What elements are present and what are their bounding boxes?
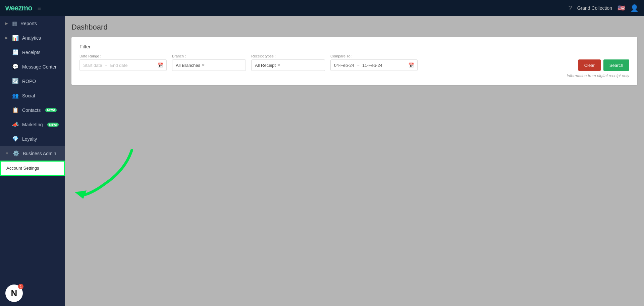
layout: ▶ ▦ Reports ▶ 📊 Analytics ▶ 🧾 Receipts ▶… (0, 16, 644, 306)
filter-row: Date Range : Start date → End date 📅 Bra… (79, 54, 629, 71)
account-settings-item[interactable]: Account Settings (0, 161, 65, 176)
compare-end-date: 11-Feb-24 (362, 63, 382, 68)
top-nav: weezmo ≡ ? Grand Collection 🇺🇸 👤 (0, 0, 644, 16)
compare-to-label: Compare To : (330, 54, 418, 58)
brand-name: Grand Collection (577, 5, 612, 11)
notification-widget: N 1 (0, 279, 65, 306)
start-date-placeholder: Start date (83, 63, 102, 68)
sidebar-item-label: ROPO (22, 79, 36, 84)
ropo-icon: 🔄 (12, 78, 19, 84)
date-range-input[interactable]: Start date → End date 📅 (79, 59, 167, 71)
notification-badge: 1 (18, 284, 23, 289)
clear-button[interactable]: Clear (578, 59, 601, 71)
sidebar-item-label: Reports (20, 21, 37, 26)
end-date-placeholder: End date (110, 63, 127, 68)
compare-to-group: Compare To : 04-Feb-24 → 11-Feb-24 📅 (330, 54, 418, 71)
date-range-label: Date Range : (79, 54, 167, 58)
filter-actions: Clear Search (578, 59, 629, 71)
info-text: Information from digital receipt only (79, 74, 629, 78)
user-icon[interactable]: 👤 (630, 4, 639, 12)
arrow-annotation (71, 143, 145, 205)
receipt-types-input[interactable]: All Receipt ✕ (251, 59, 325, 71)
compare-arrow-icon: → (356, 63, 360, 68)
receipts-icon: 🧾 (12, 49, 19, 55)
sidebar-item-ropo[interactable]: ▶ 🔄 ROPO (0, 74, 65, 88)
sidebar-item-label: Business Admin (23, 151, 56, 156)
flag-icon: 🇺🇸 (618, 4, 625, 12)
expand-icon: ▶ (5, 21, 8, 25)
branch-remove-icon[interactable]: ✕ (202, 63, 205, 68)
receipt-types-group: Receipt types : All Receipt ✕ (251, 54, 325, 71)
sidebar-item-receipts[interactable]: ▶ 🧾 Receipts (0, 45, 65, 59)
sidebar-item-label: Analytics (22, 35, 41, 41)
branch-tag: All Branches ✕ (176, 63, 205, 68)
branch-group: Branch : All Branches ✕ (172, 54, 246, 71)
filter-title: Filter (79, 44, 629, 49)
main-content: Dashboard Filter Date Range : Start date… (65, 16, 644, 306)
reports-icon: ▦ (12, 20, 17, 27)
notification-letter: N (11, 288, 17, 299)
sidebar-item-label: Social (22, 93, 35, 98)
branch-input[interactable]: All Branches ✕ (172, 59, 246, 71)
sidebar-item-label: Marketing (22, 122, 43, 127)
sidebar-item-contacts[interactable]: ▶ 📋 Contacts NEW! (0, 103, 65, 117)
calendar-icon: 📅 (157, 62, 163, 68)
new-badge: NEW! (45, 108, 57, 112)
marketing-icon: 📣 (12, 121, 19, 128)
branch-label: Branch : (172, 54, 246, 58)
notification-circle[interactable]: N 1 (5, 285, 23, 302)
sidebar-item-message-center[interactable]: ▶ 💬 Message Center (0, 59, 65, 74)
receipt-tag: All Receipt ✕ (255, 63, 280, 68)
sidebar-item-business-admin[interactable]: ▼ ⚙️ Business Admin (0, 146, 65, 161)
sidebar-item-label: Message Center (22, 64, 57, 70)
business-admin-icon: ⚙️ (13, 150, 19, 157)
account-settings-label: Account Settings (6, 166, 39, 171)
search-button[interactable]: Search (603, 59, 629, 71)
sidebar-item-reports[interactable]: ▶ ▦ Reports (0, 16, 65, 31)
analytics-icon: 📊 (12, 35, 19, 41)
sidebar-item-loyalty[interactable]: ▶ 💎 Loyalty (0, 132, 65, 146)
sidebar-item-social[interactable]: ▶ 👥 Social (0, 88, 65, 103)
contacts-icon: 📋 (12, 107, 19, 113)
date-arrow-icon: → (104, 63, 108, 68)
date-range-group: Date Range : Start date → End date 📅 (79, 54, 167, 71)
expand-icon: ▶ (5, 36, 8, 40)
loyalty-icon: 💎 (12, 136, 19, 142)
sidebar-item-label: Loyalty (22, 136, 37, 142)
social-icon: 👥 (12, 92, 19, 99)
new-badge: NEW! (47, 123, 59, 127)
expand-icon: ▼ (5, 151, 9, 155)
sidebar-item-analytics[interactable]: ▶ 📊 Analytics (0, 31, 65, 45)
nav-left: weezmo ≡ (5, 4, 41, 12)
svg-marker-0 (75, 190, 87, 199)
sidebar-item-label: Contacts (22, 107, 41, 113)
receipt-remove-icon[interactable]: ✕ (277, 63, 280, 68)
receipt-types-label: Receipt types : (251, 54, 325, 58)
compare-to-input[interactable]: 04-Feb-24 → 11-Feb-24 📅 (330, 59, 418, 71)
nav-right: ? Grand Collection 🇺🇸 👤 (569, 4, 639, 12)
hamburger-icon[interactable]: ≡ (38, 5, 41, 12)
sidebar-item-marketing[interactable]: ▶ 📣 Marketing NEW! (0, 117, 65, 132)
sidebar: ▶ ▦ Reports ▶ 📊 Analytics ▶ 🧾 Receipts ▶… (0, 16, 65, 306)
filter-card: Filter Date Range : Start date → End dat… (71, 37, 637, 85)
logo: weezmo (5, 4, 32, 12)
sidebar-item-label: Receipts (22, 50, 40, 55)
compare-start-date: 04-Feb-24 (334, 63, 354, 68)
page-title: Dashboard (71, 23, 637, 32)
help-icon[interactable]: ? (569, 5, 572, 12)
message-center-icon: 💬 (12, 63, 19, 70)
compare-calendar-icon: 📅 (408, 62, 414, 68)
